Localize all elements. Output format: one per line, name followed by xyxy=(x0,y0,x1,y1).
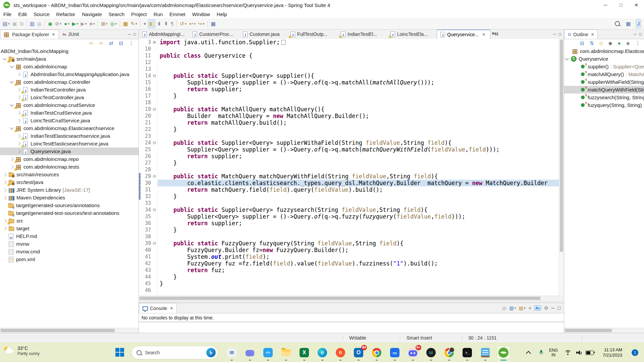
code-line-17[interactable]: } xyxy=(160,93,564,99)
gutter-line-41[interactable]: 41 xyxy=(139,253,157,260)
forward-history-icon[interactable]: ↪▾ xyxy=(197,20,206,28)
chevron-down-icon[interactable] xyxy=(10,103,13,106)
chevron-down-icon[interactable] xyxy=(10,126,13,129)
tree-item-mvnw-cmd[interactable]: mvnw.cmd xyxy=(0,248,139,255)
maximize-window-icon[interactable]: □ xyxy=(613,0,629,10)
gutter-line-42[interactable]: 42 xyxy=(139,260,157,267)
tray-chevron-up-icon[interactable] xyxy=(523,343,533,362)
gutter-line-37[interactable]: 37 xyxy=(139,227,157,233)
tree-item-mvnw[interactable]: mvnw xyxy=(0,240,139,248)
fold-expand-icon[interactable]: ⊕ xyxy=(152,39,157,46)
editor-tab-overflow[interactable]: »61 xyxy=(490,29,500,39)
gutter-line-26[interactable]: 26 xyxy=(139,153,157,160)
back-icon[interactable]: ⇦ xyxy=(88,39,95,47)
taskbar-app-brave[interactable]: B xyxy=(331,344,350,361)
java-perspective-icon[interactable]: J xyxy=(636,19,641,28)
hide-fields-icon[interactable]: ◇ xyxy=(598,39,604,47)
tree-item-com-abdmloincmap-controller[interactable]: com.abdmloincmap.Controller xyxy=(0,78,139,86)
code-line-3[interactable]: import java.util.function.Supplier; xyxy=(160,39,564,46)
notification-badge[interactable]: 1 xyxy=(631,343,639,362)
hide-static-members-icon[interactable]: ◆ xyxy=(607,39,613,47)
taskbar-app-blue-monitor-app[interactable]: ▭ xyxy=(386,344,404,361)
editor-tab-customer-java[interactable]: Customer.java xyxy=(239,29,287,39)
last-edit-location-icon[interactable]: ↺▾ xyxy=(179,20,187,28)
code-line-34[interactable]: public static Supplier<Query> fuzzysearc… xyxy=(160,206,564,213)
maximize-view-icon[interactable]: □ xyxy=(559,32,561,37)
gutter-line-17[interactable]: 17 xyxy=(139,93,157,99)
gutter-line-15[interactable]: 15 xyxy=(139,79,157,86)
gutter-line-32[interactable]: 32 xyxy=(139,193,157,200)
open-console-icon[interactable]: ▤▾ xyxy=(519,305,526,311)
close-window-icon[interactable]: ✕ xyxy=(629,0,644,10)
next-annotation-icon[interactable]: ⇟ xyxy=(156,20,162,28)
gutter-line-21[interactable]: 21 xyxy=(139,119,157,126)
outline-item-supplierwithafield-string[interactable]: supplierWithaField(String, String) : Sup… xyxy=(564,78,644,86)
minimize-view-icon[interactable]: ─ xyxy=(634,32,637,37)
editor-tab-abdmmappingi[interactable]: AbdmMappingI... xyxy=(139,29,189,39)
editor-vscrollbar[interactable] xyxy=(559,39,564,296)
code-line-39[interactable]: public static FuzzyQuery fuzyquery(Strin… xyxy=(160,240,564,247)
tree-item-target[interactable]: target xyxy=(0,225,139,232)
chevron-right-icon[interactable] xyxy=(17,142,20,145)
show-console-icon[interactable]: ▥ xyxy=(29,20,36,28)
wifi-icon[interactable] xyxy=(563,343,573,362)
editor-code-area[interactable]: import java.util.function.Supplier;publi… xyxy=(158,39,564,296)
gutter-line-19[interactable]: 19⊖ xyxy=(139,106,157,113)
taskbar-app-excel[interactable]: X xyxy=(295,344,313,361)
maximize-view-icon[interactable]: □ xyxy=(133,32,136,37)
tree-item-src-test-java[interactable]: src/test/java xyxy=(0,178,139,186)
tree-item-maven-dependencies[interactable]: Maven Dependencies xyxy=(0,194,139,201)
code-line-36[interactable]: return supplier; xyxy=(160,220,564,227)
menu-edit[interactable]: Edit xyxy=(15,10,30,18)
debug-icon[interactable]: ●▾ xyxy=(63,20,70,28)
maximize-console-icon[interactable]: □ xyxy=(558,305,560,311)
gutter-line-18[interactable]: 18 xyxy=(139,99,157,106)
gutter-line-43[interactable]: 43 xyxy=(139,267,157,274)
editor-tab-queryservice[interactable]: Queryservice...✕ xyxy=(437,29,490,39)
tree-item-queryservice-java[interactable]: Queryservice.java xyxy=(0,147,139,155)
tab-console[interactable]: Console ✕ xyxy=(139,303,177,313)
chevron-right-icon[interactable] xyxy=(3,219,6,223)
tree-item-help-md[interactable]: HELP.md xyxy=(0,232,139,240)
skip-breakpoints-icon[interactable]: ⊘▾ xyxy=(54,20,62,28)
code-line-11[interactable]: public class Queryservice { xyxy=(160,52,564,59)
gutter-line-34[interactable]: 34⊖ xyxy=(139,206,157,213)
outline-item-fuzyquery-string-string[interactable]: fuzyquery(String, String) : FuzzyQuery xyxy=(564,101,644,109)
code-line-15[interactable]: Supplier<Query> supplier = ()->Query.of(… xyxy=(160,79,564,86)
menu-search[interactable]: Search xyxy=(105,10,128,18)
gutter-line-45[interactable]: 45 xyxy=(139,280,157,287)
mark-occurrences-icon[interactable]: ◧ xyxy=(148,19,155,28)
minimize-view-icon[interactable]: ─ xyxy=(128,32,131,37)
close-tab-icon[interactable]: ✕ xyxy=(591,32,594,37)
collapse-all-icon[interactable]: ⊟ xyxy=(118,39,124,47)
new-java-project-icon[interactable]: ⊞▾ xyxy=(100,20,108,28)
back-history-icon[interactable]: ↩▾ xyxy=(188,20,196,28)
tree-item-loinctestelasticsearchservice-java[interactable]: LoincTestElasticsearchservice.java xyxy=(0,140,139,147)
chevron-right-icon[interactable] xyxy=(3,188,6,192)
gutter-line-40[interactable]: 40 xyxy=(139,247,157,253)
taskbar-app-mail[interactable]: ✉ xyxy=(223,344,241,361)
code-line-25[interactable]: Supplier<Query> supplier = ()->Query.of(… xyxy=(160,146,564,153)
chevron-right-icon[interactable] xyxy=(3,227,6,230)
code-line-31[interactable]: return matchQuery.field(field).query(fie… xyxy=(160,186,564,193)
gutter-line-10[interactable]: 10 xyxy=(139,46,157,52)
code-line-23[interactable] xyxy=(160,133,564,139)
code-line-18[interactable] xyxy=(160,99,564,106)
code-line-38[interactable] xyxy=(160,233,564,240)
code-line-45[interactable]: } xyxy=(160,280,564,287)
chevron-right-icon[interactable] xyxy=(10,157,13,161)
gutter-line-30[interactable]: 30 xyxy=(139,180,157,186)
code-line-21[interactable]: return matchAllQuery.build(); xyxy=(160,119,564,126)
tree-item-src[interactable]: src xyxy=(0,217,139,225)
taskbar-app-vscode[interactable]: </> xyxy=(259,344,277,361)
code-line-28[interactable] xyxy=(160,166,564,173)
taskbar-app-webex[interactable]: W xyxy=(422,344,440,361)
tree-item-abdm-indiantoloincmapping[interactable]: ABDM_IndianToLoincMapping xyxy=(0,47,139,55)
tree-item-indiantestcontroller-java[interactable]: IndianTestController.java xyxy=(0,86,139,94)
code-line-41[interactable]: System.out.print(field); xyxy=(160,253,564,260)
gutter-line-14[interactable]: 14⊖ xyxy=(139,72,157,79)
view-menu-icon[interactable]: ⋮ xyxy=(128,39,135,47)
code-line-37[interactable]: } xyxy=(160,227,564,233)
fold-collapse-icon[interactable]: ⊖ xyxy=(152,72,157,79)
code-line-33[interactable] xyxy=(160,200,564,206)
